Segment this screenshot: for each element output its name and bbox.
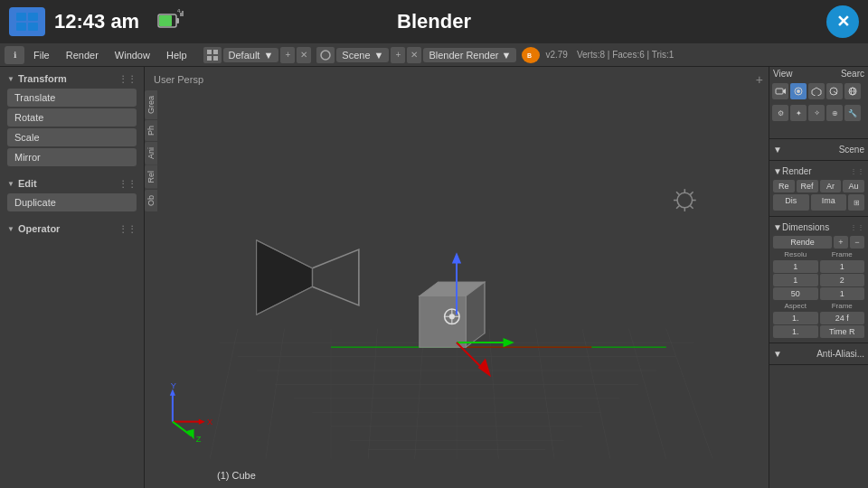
close-button[interactable]: ✕ xyxy=(826,5,859,38)
render-engine-label: Blender Render xyxy=(429,50,498,61)
aspect-val-2[interactable]: 1. xyxy=(773,325,818,338)
svg-rect-1 xyxy=(28,13,38,21)
layout-remove[interactable]: ✕ xyxy=(297,47,311,63)
frame-val-1[interactable]: 1 xyxy=(820,260,865,273)
dimensions-triangle: ▼ xyxy=(773,222,782,232)
stats-label: Verts:8 | Faces:6 | Tris:1 xyxy=(573,50,677,60)
layout-icon[interactable] xyxy=(203,47,222,63)
viewport[interactable]: User Persp + xyxy=(145,67,769,488)
svg-rect-11 xyxy=(213,50,218,54)
render-ar-btn[interactable]: Ar xyxy=(820,180,842,192)
dimensions-label: Dimensions xyxy=(782,222,829,232)
antialiasing-triangle: ▼ xyxy=(773,349,782,359)
dimensions-header: ▼ Dimensions ⋮⋮ xyxy=(773,221,864,234)
dimensions-collapse[interactable]: ⋮⋮ xyxy=(850,223,864,231)
svg-rect-6 xyxy=(159,15,172,26)
layout-chevron: ▼ xyxy=(263,50,273,61)
edit-collapse[interactable]: ⋮⋮ xyxy=(118,179,137,189)
antialiasing-header: ▼ Anti-Aliasi... xyxy=(773,347,864,361)
render-engine-selector[interactable]: Blender Render ▼ xyxy=(423,48,516,62)
render-collapse[interactable]: ⋮⋮ xyxy=(850,167,864,175)
icon-particles[interactable]: ✦ xyxy=(790,105,807,121)
svg-text:B: B xyxy=(527,52,532,59)
transform-collapse[interactable]: ⋮⋮ xyxy=(118,74,137,84)
dis-btn[interactable]: Dis xyxy=(773,194,809,211)
svg-text:4: 4 xyxy=(177,9,181,14)
layout-selector[interactable]: Default ▼ xyxy=(223,48,279,62)
right-panel-icons xyxy=(769,80,868,102)
antialiasing-section: ▼ Anti-Aliasi... xyxy=(769,343,868,365)
menu-render[interactable]: Render xyxy=(59,48,106,62)
time-r-val[interactable]: Time R xyxy=(820,325,865,338)
icon-world[interactable] xyxy=(844,83,861,99)
main-area: ▼ Transform ⋮⋮ Translate Rotate Scale Mi… xyxy=(0,67,868,488)
operator-section: ▼ Operator ⋮⋮ xyxy=(0,217,144,240)
scale-button[interactable]: Scale xyxy=(7,128,137,146)
render-re-btn[interactable]: Re xyxy=(773,180,795,192)
scene-icon[interactable] xyxy=(316,47,335,63)
resolu-val-3[interactable]: 50 xyxy=(773,287,818,300)
viewport-label: User Persp xyxy=(154,74,203,85)
render-au-btn[interactable]: Au xyxy=(843,180,864,192)
edit-section: ▼ Edit ⋮⋮ Duplicate xyxy=(0,172,144,217)
icon-constraints[interactable]: ⊕ xyxy=(826,105,843,121)
left-panel: ▼ Transform ⋮⋮ Translate Rotate Scale Mi… xyxy=(0,67,145,488)
translate-button[interactable]: Translate xyxy=(7,89,137,107)
side-tab-ph[interactable]: Ph xyxy=(145,120,157,141)
icon-physics[interactable]: ⟡ xyxy=(808,105,825,121)
info-icon[interactable]: ℹ xyxy=(5,46,24,64)
frame-val-2[interactable]: 2 xyxy=(820,274,865,286)
scene-triangle: ▼ xyxy=(773,145,782,155)
aspect-row-2: 1. Time R xyxy=(773,325,864,338)
resolu-val-1[interactable]: 1 xyxy=(773,260,818,273)
icon-modifiers[interactable]: 🔧 xyxy=(844,105,861,121)
rende-add-btn[interactable]: + xyxy=(834,236,848,249)
menu-file[interactable]: File xyxy=(26,48,57,62)
scene-add[interactable]: + xyxy=(391,47,405,63)
aspect-val-1[interactable]: 1. xyxy=(773,312,818,324)
operator-label: Operator xyxy=(18,223,60,234)
battery-area: 4 xyxy=(157,9,184,34)
rende-remove-btn[interactable]: − xyxy=(850,236,864,249)
svg-text:Y: Y xyxy=(171,381,176,390)
menubar: ℹ File Render Window Help Default ▼ + ✕ … xyxy=(0,43,868,67)
side-tab-ani[interactable]: Ani xyxy=(145,142,157,164)
frame-val-3[interactable]: 1 xyxy=(820,287,865,300)
window-icon xyxy=(9,7,45,36)
operator-header: ▼ Operator ⋮⋮ xyxy=(4,221,140,237)
operator-collapse[interactable]: ⋮⋮ xyxy=(118,224,137,234)
side-tab-ob[interactable]: Ob xyxy=(145,190,157,211)
view-tab[interactable]: View xyxy=(773,69,793,79)
scene-remove[interactable]: ✕ xyxy=(407,47,421,63)
aspect-row: 1. 24 f xyxy=(773,312,864,324)
rende-btn[interactable]: Rende xyxy=(773,236,832,249)
display-icon[interactable]: ⊞ xyxy=(848,194,864,211)
icon-render-props[interactable] xyxy=(790,83,807,99)
scene-selector[interactable]: Scene ▼ xyxy=(336,48,389,62)
display-row: Dis Ima ⊞ xyxy=(773,194,864,211)
side-tab-rel[interactable]: Rel xyxy=(145,165,157,189)
icon-camera[interactable] xyxy=(772,83,788,99)
operator-triangle: ▼ xyxy=(7,225,14,233)
transform-label: Transform xyxy=(18,73,67,84)
rotate-button[interactable]: Rotate xyxy=(7,108,137,127)
antialiasing-label: Anti-Aliasi... xyxy=(816,349,864,359)
render-ref-btn[interactable]: Ref xyxy=(797,180,818,192)
svg-marker-82 xyxy=(812,88,821,96)
search-tab[interactable]: Searc xyxy=(841,69,864,79)
ima-btn[interactable]: Ima xyxy=(811,194,847,211)
scene-prop-label: Scene xyxy=(839,145,864,155)
layout-add[interactable]: + xyxy=(280,47,295,63)
svg-text:Z: Z xyxy=(196,435,202,444)
edit-label: Edit xyxy=(18,178,37,189)
icon-scene-settings[interactable]: ⚙ xyxy=(772,105,788,121)
menu-window[interactable]: Window xyxy=(108,48,157,62)
icon-object[interactable] xyxy=(808,83,825,99)
menu-help[interactable]: Help xyxy=(159,48,194,62)
mirror-button[interactable]: Mirror xyxy=(7,148,137,166)
duplicate-button[interactable]: Duplicate xyxy=(7,193,137,211)
side-tab-grea[interactable]: Grea xyxy=(145,90,157,119)
frame-val-24[interactable]: 24 f xyxy=(820,312,865,324)
icon-material[interactable] xyxy=(826,83,843,99)
resolu-val-2[interactable]: 1 xyxy=(773,274,818,286)
